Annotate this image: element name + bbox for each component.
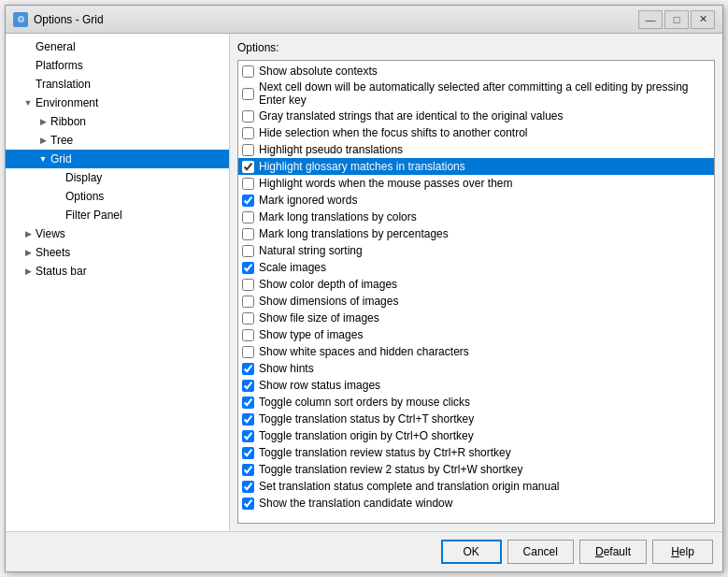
label-mark-long-colors[interactable]: Mark long translations by colors [259,210,417,224]
option-row-toggle-ctrl-w: Toggle translation review 2 status by Ct… [238,461,714,478]
tree-arrow-status-bar: ▶ [21,264,36,279]
label-show-type[interactable]: Show type of images [259,328,363,341]
label-show-hints[interactable]: Show hints [259,362,314,375]
checkbox-show-hints[interactable] [242,363,254,375]
option-row-show-absolute-contexts: Show absolute contexts [238,63,714,79]
label-show-candidate-window[interactable]: Show the translation candidate window [259,497,452,510]
cancel-button[interactable]: Cancel [507,540,574,564]
label-set-translation-status[interactable]: Set translation status complete and tran… [259,480,560,493]
checkbox-highlight-pseudo[interactable] [242,144,254,156]
label-highlight-pseudo[interactable]: Highlight pseudo translations [259,143,403,156]
help-button[interactable]: Help [652,540,713,564]
close-button[interactable]: ✕ [691,10,715,29]
sidebar-item-sheets[interactable]: ▶Sheets [6,243,229,262]
sidebar-item-tree[interactable]: ▶Tree [6,131,229,150]
sidebar-item-filter-panel[interactable]: Filter Panel [6,206,229,224]
checkbox-scale-images[interactable] [242,262,254,274]
maximize-button[interactable]: □ [664,10,689,29]
tree-arrow-general [21,39,36,54]
checkbox-show-file-size[interactable] [242,312,254,325]
tree-arrow-environment: ▼ [21,95,36,110]
label-highlight-words[interactable]: Highlight words when the mouse passes ov… [259,177,512,190]
sidebar-item-translation[interactable]: Translation [6,75,229,94]
sidebar-label-grid: Grid [50,152,225,166]
sidebar-label-display: Display [65,171,225,184]
ok-button[interactable]: OK [441,540,502,564]
sidebar-item-platforms[interactable]: Platforms [6,56,229,75]
checkbox-toggle-ctrl-t[interactable] [242,413,254,426]
label-show-dimensions[interactable]: Show dimensions of images [259,295,398,308]
sidebar-label-platforms: Platforms [36,59,225,72]
checkbox-show-color-depth[interactable] [242,279,254,291]
option-row-highlight-words: Highlight words when the mouse passes ov… [238,175,714,192]
option-row-show-type: Show type of images [238,326,714,343]
option-row-show-candidate-window: Show the translation candidate window [238,495,714,512]
checkbox-show-type[interactable] [242,329,254,341]
main-panel: Options: Show absolute contextsNext cell… [230,34,722,531]
checkbox-show-row-status[interactable] [242,380,254,392]
label-natural-sorting[interactable]: Natural string sorting [259,244,363,257]
label-next-cell-down[interactable]: Next cell down will be automatically sel… [259,80,710,107]
checkbox-gray-translated[interactable] [242,110,254,123]
tree-arrow-ribbon: ▶ [36,114,50,129]
label-show-file-size[interactable]: Show file size of images [259,311,379,325]
title-bar: ⚙ Options - Grid — □ ✕ [6,6,722,34]
label-toggle-ctrl-t[interactable]: Toggle translation status by Ctrl+T shor… [259,412,474,426]
label-hide-selection[interactable]: Hide selection when the focus shifts to … [259,126,528,139]
minimize-button[interactable]: — [638,10,663,29]
option-row-show-color-depth: Show color depth of images [238,276,714,293]
checkbox-show-dimensions[interactable] [242,296,254,308]
label-gray-translated[interactable]: Gray translated strings that are identic… [259,109,564,123]
label-show-absolute-contexts[interactable]: Show absolute contexts [259,65,378,78]
tree-arrow-grid: ▼ [36,151,50,166]
checkbox-highlight-words[interactable] [242,178,254,190]
checkbox-next-cell-down[interactable] [242,88,254,100]
label-toggle-sort[interactable]: Toggle column sort orders by mouse click… [259,396,470,409]
label-toggle-ctrl-o[interactable]: Toggle translation origin by Ctrl+O shor… [259,429,474,442]
sidebar-label-translation: Translation [36,78,225,91]
options-window: ⚙ Options - Grid — □ ✕ GeneralPlatformsT… [5,5,723,572]
label-toggle-ctrl-w[interactable]: Toggle translation review 2 status by Ct… [259,463,522,476]
checkbox-show-absolute-contexts[interactable] [242,65,254,78]
label-mark-ignored[interactable]: Mark ignored words [259,194,357,207]
option-row-show-dimensions: Show dimensions of images [238,293,714,310]
option-row-toggle-sort: Toggle column sort orders by mouse click… [238,394,714,411]
sidebar-item-environment[interactable]: ▼Environment [6,94,229,112]
label-scale-images[interactable]: Scale images [259,261,326,274]
sidebar-item-status-bar[interactable]: ▶Status bar [6,262,229,281]
checkbox-show-candidate-window[interactable] [242,498,254,510]
tree-arrow-filter-panel [50,208,65,223]
label-show-color-depth[interactable]: Show color depth of images [259,278,397,291]
checkbox-mark-long-percentages[interactable] [242,228,254,240]
sidebar-item-display[interactable]: Display [6,168,229,187]
label-toggle-ctrl-r[interactable]: Toggle translation review status by Ctrl… [259,446,511,459]
checkbox-toggle-sort[interactable] [242,397,254,409]
label-show-whitespaces[interactable]: Show white spaces and hidden characters [259,345,469,358]
checkbox-natural-sorting[interactable] [242,245,254,257]
tree-arrow-tree: ▶ [36,133,50,148]
sidebar-item-ribbon[interactable]: ▶Ribbon [6,112,229,131]
checkbox-hide-selection[interactable] [242,127,254,139]
checkbox-highlight-glossary[interactable] [242,161,254,173]
sidebar-item-general[interactable]: General [6,37,229,56]
checkbox-toggle-ctrl-o[interactable] [242,430,254,442]
checkbox-mark-ignored[interactable] [242,195,254,207]
checkbox-show-whitespaces[interactable] [242,346,254,358]
default-button[interactable]: Default [579,540,647,564]
sidebar-label-tree: Tree [50,134,225,147]
tree-arrow-sheets: ▶ [21,245,36,260]
label-show-row-status[interactable]: Show row status images [259,379,380,392]
sidebar-item-grid[interactable]: ▼Grid [6,150,229,168]
checkbox-toggle-ctrl-r[interactable] [242,447,254,459]
tree-arrow-translation [21,77,36,92]
checkbox-toggle-ctrl-w[interactable] [242,464,254,476]
label-mark-long-percentages[interactable]: Mark long translations by percentages [259,227,449,240]
sidebar-item-options[interactable]: Options [6,187,229,206]
checkbox-mark-long-colors[interactable] [242,211,254,224]
sidebar-item-views[interactable]: ▶Views [6,224,229,243]
tree-arrow-views: ▶ [21,226,36,241]
option-row-mark-long-percentages: Mark long translations by percentages [238,225,714,242]
label-highlight-glossary[interactable]: Highlight glossary matches in translatio… [259,160,465,173]
option-row-gray-translated: Gray translated strings that are identic… [238,108,714,124]
checkbox-set-translation-status[interactable] [242,481,254,493]
